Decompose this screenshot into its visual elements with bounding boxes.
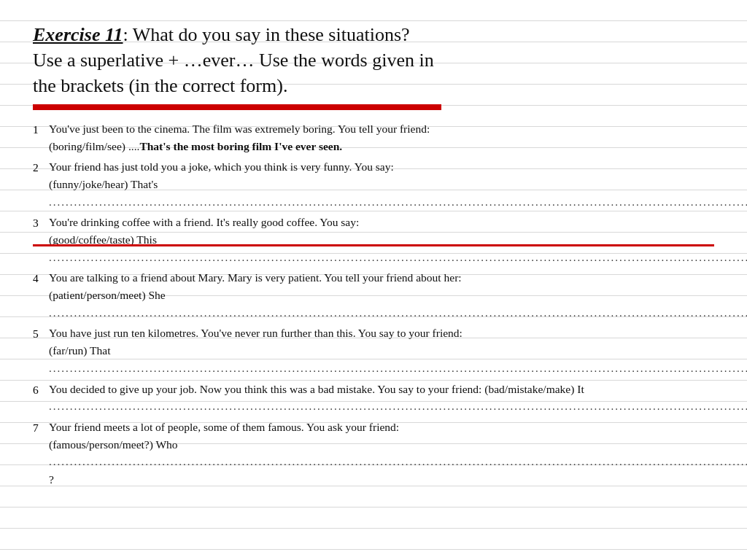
exercise-item-1: 1 You've just been to the cinema. The fi… [33, 120, 714, 155]
dots-3: ........................................… [49, 249, 747, 266]
ex-content-7: Your friend meets a lot of people, some … [49, 419, 747, 489]
dots-4: ........................................… [49, 305, 747, 322]
ex-fill-2: (funny/joke/hear) That's ...............… [49, 176, 747, 211]
title-line-1: Exercise 11: What do you say in these si… [33, 22, 714, 47]
ex-text-7: Your friend meets a lot of people, some … [49, 421, 399, 433]
exercise-label: Exercise 11 [33, 24, 123, 45]
ex-fill-4: (patient/person/meet) She ..............… [49, 287, 747, 322]
question-mark-7: ? [49, 473, 54, 486]
ex-content-4: You are talking to a friend about Mary. … [49, 269, 747, 322]
dots-2: ........................................… [49, 194, 747, 211]
ex-number-6: 6 [33, 381, 49, 399]
title-line-2: Use a superlative + …ever… Use the words… [33, 47, 714, 73]
ex-fill-1: (boring/film/see) ....That's the most bo… [49, 138, 714, 155]
ex-content-3: You're drinking coffee with a friend. It… [49, 214, 747, 266]
ex-text-2: Your friend has just told you a joke, wh… [49, 160, 394, 173]
dots-6: ........................................… [49, 398, 747, 415]
ex-fill-3: (good/coffee/taste) This ...............… [49, 231, 747, 266]
exercises-list: 1 You've just been to the cinema. The fi… [33, 120, 714, 488]
exercise-item-4: 4 You are talking to a friend about Mary… [33, 269, 714, 322]
dots-7: ........................................… [49, 454, 747, 470]
ex-text-3: You're drinking coffee with a friend. It… [49, 216, 359, 228]
exercise-item-7: 7 Your friend meets a lot of people, som… [33, 419, 714, 489]
header: Exercise 11: What do you say in these si… [33, 22, 714, 98]
red-bar-full [33, 244, 714, 246]
dots-5: ........................................… [49, 360, 747, 377]
ex-number-2: 2 [33, 158, 49, 176]
ex-number-4: 4 [33, 269, 49, 287]
exercise-item-5: 5 You have just run ten kilometres. You'… [33, 324, 714, 377]
ex-number-7: 7 [33, 419, 49, 437]
ex-text-5: You have just run ten kilometres. You've… [49, 327, 462, 339]
colon: : [123, 24, 128, 45]
exercise-item-6: 6 You decided to give up your job. Now y… [33, 381, 714, 416]
ex-text-1: You've just been to the cinema. The film… [49, 122, 430, 135]
ex-content-6: You decided to give up your job. Now you… [49, 381, 747, 416]
answer-1: That's the most boring film I've ever se… [139, 140, 342, 152]
ex-text-4: You are talking to a friend about Mary. … [49, 271, 462, 284]
exercise-item-2: 2 Your friend has just told you a joke, … [33, 158, 714, 211]
ex-number-5: 5 [33, 324, 49, 343]
ex-content-2: Your friend has just told you a joke, wh… [49, 158, 747, 211]
divider-container [33, 104, 714, 113]
ex-number-3: 3 [33, 214, 49, 232]
title-line-3: the brackets (in the correct form). [33, 73, 714, 98]
ex-fill-6: ........................................… [49, 398, 747, 416]
ex-fill-5: (far/run) That .........................… [49, 342, 747, 377]
slide: Exercise 11: What do you say in these si… [0, 0, 747, 560]
ex-text-6: You decided to give up your job. Now you… [49, 383, 584, 395]
ex-fill-7: (famous/person/meet?) Who ..............… [49, 436, 747, 489]
red-bar-accent [33, 104, 441, 110]
ex-content-1: You've just been to the cinema. The film… [49, 120, 714, 155]
ex-content-5: You have just run ten kilometres. You've… [49, 324, 747, 377]
ex-number-1: 1 [33, 120, 49, 139]
title-description-1: What do you say in these situations? [133, 24, 410, 45]
exercise-item-3: 3 You're drinking coffee with a friend. … [33, 214, 714, 266]
